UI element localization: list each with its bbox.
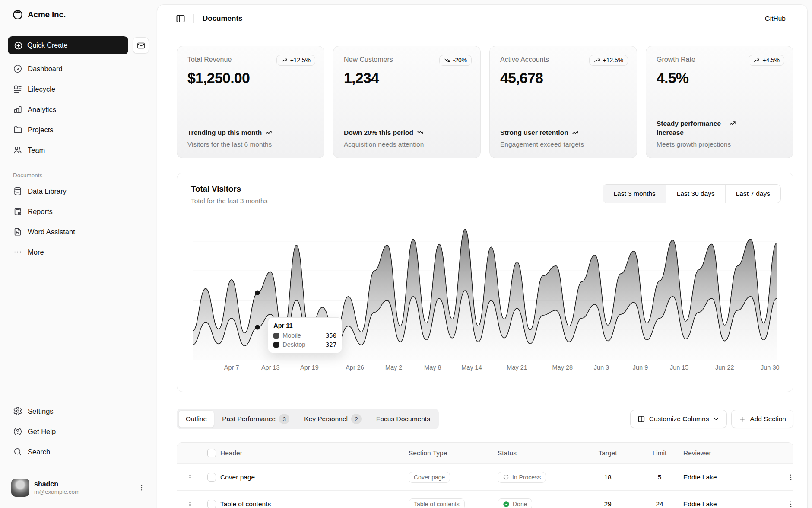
sidebar-item-label: Get Help <box>28 428 56 436</box>
col-status: Status <box>498 449 580 457</box>
loader-icon <box>503 474 509 480</box>
sidebar-item-settings[interactable]: Settings <box>8 402 149 420</box>
sidebar-toggle-icon[interactable] <box>175 13 186 24</box>
page-title: Documents <box>203 14 243 23</box>
brand-name: Acme Inc. <box>28 10 66 19</box>
avatar <box>11 479 29 497</box>
table-row[interactable]: Table of contents Table of contents Done… <box>177 490 793 508</box>
folder-icon <box>13 125 22 134</box>
sections-table: Header Section Type Status Target Limit … <box>177 442 793 508</box>
page-header: Documents GitHub <box>157 5 807 32</box>
tooltip-date: Apr 11 <box>273 322 336 329</box>
x-tick: Apr 7 <box>224 364 239 371</box>
tab-focus-documents[interactable]: Focus Documents <box>369 410 437 428</box>
row-header: Table of contents <box>220 500 409 508</box>
tab-past-performance[interactable]: Past Performance 3 <box>215 410 296 428</box>
row-limit[interactable]: 24 <box>636 500 683 508</box>
sidebar-item-label: Lifecycle <box>28 85 55 93</box>
chevron-down-icon <box>713 415 720 422</box>
tab-outline[interactable]: Outline <box>178 410 214 428</box>
tab-count-badge: 3 <box>279 414 289 424</box>
main-panel: Documents GitHub Total Revenue +12.5% $1… <box>157 4 808 508</box>
range-last-3-months[interactable]: Last 3 months <box>603 185 666 203</box>
trending-up-icon <box>265 128 272 136</box>
sidebar-item-get-help[interactable]: Get Help <box>8 422 149 441</box>
table-header-row: Header Section Type Status Target Limit … <box>177 443 793 463</box>
card-total-revenue: Total Revenue +12.5% $1,250.00 Trending … <box>177 46 324 158</box>
github-link[interactable]: GitHub <box>765 15 786 22</box>
x-tick: Jun 9 <box>633 364 648 371</box>
row-kebab-icon[interactable] <box>787 500 793 508</box>
card-growth-rate: Growth Rate +4.5% 4.5% Steady performanc… <box>646 46 793 158</box>
sidebar-item-label: More <box>28 248 44 256</box>
row-target[interactable]: 29 <box>580 500 636 508</box>
sidebar-item-projects[interactable]: Projects <box>8 121 149 139</box>
user-name: shadcn <box>34 480 79 488</box>
sidebar-item-label: Analytics <box>28 105 56 114</box>
trending-down-icon <box>416 128 424 136</box>
range-last-30-days[interactable]: Last 30 days <box>666 185 726 203</box>
brand[interactable]: Acme Inc. <box>8 6 149 23</box>
sidebar-item-word-assistant[interactable]: Word Assistant <box>8 223 149 241</box>
dashboard-icon <box>13 64 22 73</box>
sidebar-item-team[interactable]: Team <box>8 141 149 159</box>
x-tick: Apr 26 <box>346 364 364 371</box>
select-all-checkbox[interactable] <box>207 449 216 457</box>
card-new-customers: New Customers -20% 1,234 Down 20% this p… <box>333 46 481 158</box>
row-target[interactable]: 18 <box>580 473 636 481</box>
sidebar-section-label: Documents <box>8 172 149 179</box>
x-tick: May 2 <box>385 364 403 371</box>
x-tick: Apr 13 <box>261 364 280 371</box>
row-reviewer[interactable]: Eddie Lake <box>683 473 787 481</box>
quick-create-button[interactable]: Quick Create <box>8 36 128 54</box>
section-type-badge: Cover page <box>409 472 450 483</box>
trending-up-icon <box>281 57 288 64</box>
user-kebab-icon[interactable] <box>138 484 146 492</box>
row-checkbox[interactable] <box>207 473 216 482</box>
col-header: Header <box>220 449 409 457</box>
row-checkbox[interactable] <box>207 500 216 508</box>
section-type-badge: Table of contents <box>409 498 465 508</box>
word-file-icon <box>13 227 22 236</box>
tab-key-personnel[interactable]: Key Personnel 2 <box>297 410 368 428</box>
help-icon <box>13 427 22 436</box>
user-menu[interactable]: shadcn m@example.com <box>8 477 149 498</box>
sidebar-item-analytics[interactable]: Analytics <box>8 100 149 118</box>
plus-circle-icon <box>14 41 23 50</box>
sidebar-item-more[interactable]: More <box>8 243 149 261</box>
range-last-7-days[interactable]: Last 7 days <box>726 185 780 203</box>
stat-cards: Total Revenue +12.5% $1,250.00 Trending … <box>177 46 793 158</box>
customize-columns-button[interactable]: Customize Columns <box>630 410 727 428</box>
x-tick: May 21 <box>507 364 527 371</box>
col-reviewer: Reviewer <box>683 449 787 457</box>
sidebar-item-dashboard[interactable]: Dashboard <box>8 60 149 78</box>
card-value: 4.5% <box>657 70 783 86</box>
quick-create-label: Quick Create <box>27 42 67 49</box>
inbox-mail-button[interactable] <box>133 37 149 54</box>
gear-icon <box>13 406 22 416</box>
drag-handle-icon[interactable] <box>177 474 203 481</box>
chart-tooltip: Apr 11 Mobile 350 Desktop 327 <box>268 317 342 353</box>
sidebar: Acme Inc. Quick Create Dashboard Lifecyc… <box>0 0 157 508</box>
hover-dot-mobile <box>255 291 260 295</box>
x-tick: Jun 15 <box>670 364 689 371</box>
sidebar-item-data-library[interactable]: Data Library <box>8 182 149 200</box>
mail-icon <box>137 42 145 50</box>
sidebar-item-search[interactable]: Search <box>8 443 149 461</box>
sidebar-item-lifecycle[interactable]: Lifecycle <box>8 80 149 98</box>
x-tick: May 8 <box>424 364 441 371</box>
x-tick: May 14 <box>461 364 482 371</box>
add-section-button[interactable]: Add Section <box>731 410 793 428</box>
drag-handle-icon[interactable] <box>177 501 203 508</box>
tab-count-badge: 2 <box>351 414 362 424</box>
row-kebab-icon[interactable] <box>787 473 793 481</box>
trend-badge: -20% <box>439 55 472 66</box>
table-row[interactable]: Cover page Cover page In Process 18 5 Ed… <box>177 463 793 490</box>
visitors-area-chart[interactable]: Apr 11 Mobile 350 Desktop 327 <box>193 221 777 360</box>
row-limit[interactable]: 5 <box>636 473 683 481</box>
row-reviewer[interactable]: Eddie Lake <box>683 500 787 508</box>
table-toolbar: Outline Past Performance 3 Key Personnel… <box>177 409 793 429</box>
sidebar-item-reports[interactable]: Reports <box>8 202 149 220</box>
sidebar-footer-nav: Settings Get Help Search <box>8 402 149 463</box>
sidebar-item-label: Team <box>28 146 45 154</box>
